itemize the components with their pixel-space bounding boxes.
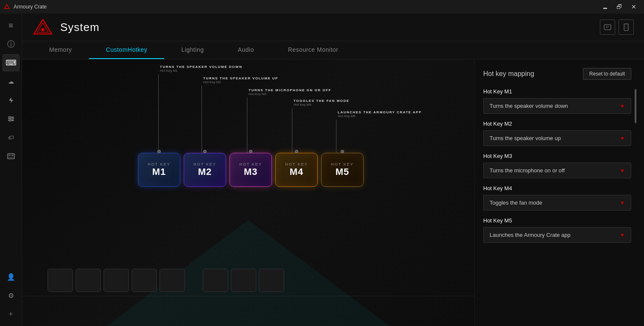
close-button[interactable]: ✕ — [627, 0, 641, 14]
lower-key-2[interactable] — [76, 269, 101, 292]
tab-memory[interactable]: Memory — [32, 41, 89, 59]
m4-dot — [295, 150, 298, 153]
svg-rect-12 — [8, 157, 14, 158]
lower-key-8[interactable] — [259, 269, 284, 292]
sidebar-item-info[interactable]: ⓘ — [3, 36, 20, 53]
sliders-icon — [7, 115, 15, 123]
sidebar-item-tag[interactable]: 🏷 — [3, 129, 20, 146]
lower-key-3[interactable] — [104, 269, 129, 292]
m2-label-main: TURNS THE SPEAKER VOLUME UP — [203, 76, 278, 80]
hotkey-m5-value: Launches the Armoury Crate app — [490, 232, 571, 238]
lower-key-1[interactable] — [48, 269, 73, 292]
hotkey-m2-label: Hot Key M2 — [483, 121, 631, 127]
sidebar-bottom: 👤 ⚙ + — [3, 268, 20, 323]
tab-resource-monitor[interactable]: Resource Monitor — [271, 41, 356, 59]
m5-btn-key: M5 — [336, 166, 350, 177]
m4-label-sub: Hot Key M4 — [294, 103, 350, 107]
media-icon — [7, 152, 15, 160]
m5-btn-label: HOT KEY — [331, 162, 353, 166]
m5-dot — [341, 150, 344, 153]
lower-key-5[interactable] — [160, 269, 185, 292]
m1-dot — [157, 150, 161, 153]
hotkey-m2-select[interactable]: Turns the speaker volume up ▼ — [483, 130, 631, 146]
hotkey-mapping-m1: Hot Key M1 Turns the speaker volume down… — [483, 88, 631, 114]
m2-btn-key: M2 — [198, 166, 212, 177]
hotkey-m3-value: Turns the microphone on or off — [490, 167, 565, 174]
lower-key-4[interactable] — [132, 269, 157, 292]
rog-logo — [32, 19, 53, 36]
hotkey-mapping-panel: Hot key mapping Reset to default Hot Key… — [474, 59, 644, 326]
hotkey-button-m4[interactable]: HOT KEY M4 — [275, 153, 318, 187]
m3-dropdown-arrow: ▼ — [620, 168, 625, 174]
minimize-button[interactable]: 🗕 — [598, 0, 612, 14]
m5-label-main: LAUNCHES THE ARMOURY CRATE APP — [338, 110, 422, 114]
main-panel: TURNS THE SPEAKER VOLUME DOWN Hot Key M1… — [22, 59, 644, 326]
lower-keys-row — [48, 269, 344, 292]
hotkey-button-m3[interactable]: HOT KEY M3 — [230, 153, 272, 187]
m3-btn-key: M3 — [244, 166, 258, 177]
svg-marker-13 — [34, 20, 52, 34]
lower-keyboard-area — [48, 269, 466, 292]
hotkey-m4-select[interactable]: Toggles the fan mode ▼ — [483, 195, 631, 211]
page-title: System — [60, 21, 100, 34]
sidebar-item-keyboard[interactable]: ⌨ — [3, 54, 20, 71]
sidebar-item-user[interactable]: 👤 — [3, 268, 20, 285]
svg-rect-20 — [625, 25, 627, 28]
maximize-button[interactable]: 🗗 — [613, 0, 626, 14]
scrollbar-thumb[interactable] — [635, 89, 636, 123]
tabs: Memory CustomHotkey Lighting Audio Resou… — [22, 41, 644, 59]
app-icon — [3, 3, 10, 10]
hotkey-button-m5[interactable]: HOT KEY M5 — [321, 153, 364, 187]
hotkey-m1-select[interactable]: Turns the speaker volume down ▼ — [483, 98, 631, 114]
lower-key-6[interactable] — [203, 269, 228, 292]
hotkey-m5-select[interactable]: Launches the Armoury Crate app ▼ — [483, 227, 631, 243]
lower-key-7[interactable] — [231, 269, 256, 292]
m2-dot — [203, 150, 207, 153]
keyboard-divider — [22, 296, 474, 296]
hotkey-m3-select[interactable]: Turns the microphone on or off ▼ — [483, 163, 631, 178]
sidebar-item-media[interactable] — [3, 148, 20, 165]
svg-rect-19 — [624, 24, 628, 31]
content: System Memory — [22, 14, 644, 326]
svg-point-6 — [9, 116, 11, 118]
panel-content-row: Hot key mapping Reset to default Hot Key… — [483, 68, 636, 250]
header: System — [22, 14, 644, 41]
title-bar-controls: 🗕 🗗 ✕ — [598, 0, 641, 14]
m1-dropdown-arrow: ▼ — [620, 103, 625, 109]
sidebar-item-add[interactable]: + — [3, 306, 20, 323]
lower-key-gap — [188, 269, 200, 292]
hotkey-m1-label: Hot Key M1 — [483, 88, 631, 95]
svg-point-15 — [41, 28, 45, 31]
m2-btn-label: HOT KEY — [193, 162, 216, 166]
app-body: ≡ ⓘ ⌨ ☁ 🏷 — [0, 14, 644, 326]
hotkey-button-m2[interactable]: HOT KEY M2 — [184, 153, 226, 187]
lightning-icon — [7, 96, 15, 104]
sidebar-item-menu[interactable]: ≡ — [3, 17, 20, 34]
device-icon-2[interactable] — [619, 20, 634, 35]
diagram-lines-area: TURNS THE SPEAKER VOLUME DOWN Hot Key M1… — [138, 68, 375, 153]
hotkey-m4-value: Toggles the fan mode — [490, 200, 542, 206]
tab-customhotkey[interactable]: CustomHotkey — [89, 41, 165, 59]
svg-marker-2 — [9, 97, 13, 103]
svg-rect-16 — [604, 25, 611, 30]
scrollbar-track[interactable] — [633, 68, 636, 250]
panel-main-content: Hot key mapping Reset to default Hot Key… — [483, 68, 631, 250]
tab-lighting[interactable]: Lighting — [164, 41, 221, 59]
hotkey-m4-label: Hot Key M4 — [483, 185, 631, 191]
m5-label-sub: Hot Key M5 — [338, 114, 422, 118]
m5-dropdown-arrow: ▼ — [620, 232, 625, 238]
sidebar-item-lightning[interactable] — [3, 92, 20, 109]
reset-to-default-button[interactable]: Reset to default — [583, 68, 631, 80]
hotkey-button-m1[interactable]: HOT KEY M1 — [138, 153, 180, 187]
panel-header: Hot key mapping Reset to default — [483, 68, 631, 80]
sidebar-item-settings[interactable]: ⚙ — [3, 287, 20, 304]
sidebar-item-sliders[interactable] — [3, 110, 20, 127]
hotkey-m5-label: Hot Key M5 — [483, 217, 631, 224]
device-icon-1[interactable] — [600, 20, 615, 35]
hotkey-diagram: TURNS THE SPEAKER VOLUME DOWN Hot Key M1… — [48, 68, 466, 187]
sidebar-item-cloud[interactable]: ☁ — [3, 73, 20, 90]
title-bar: Armoury Crate 🗕 🗗 ✕ — [0, 0, 644, 14]
svg-point-7 — [11, 118, 13, 120]
sidebar: ≡ ⓘ ⌨ ☁ 🏷 — [0, 14, 22, 326]
tab-audio[interactable]: Audio — [221, 41, 271, 59]
